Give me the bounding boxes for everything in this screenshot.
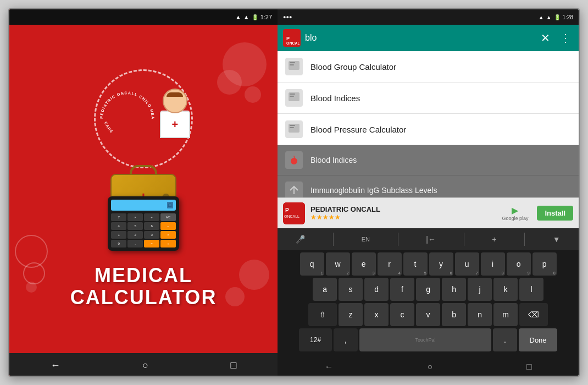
ad-google-play: ▶ Google play: [502, 205, 528, 221]
ad-app-icon: P ONCALL: [283, 202, 305, 224]
kb-key-v[interactable]: v: [416, 303, 440, 326]
result-item-blood-pressure[interactable]: Blood Pressure Calculator: [278, 114, 579, 145]
kb-num-key[interactable]: 12#: [299, 328, 332, 351]
calc-btn-orange: −: [160, 222, 176, 230]
right-nav-bar: ← ○ □: [278, 356, 579, 377]
svg-rect-13: [290, 127, 294, 128]
toolbar-divider2: [398, 233, 398, 246]
gray-label-blood-indices: Blood Indices: [310, 156, 357, 164]
right-panel: ●●● ▲ ▲ 🔋 1:28 P ONCALL ✕ ⋮: [278, 9, 579, 377]
blood-indices-icon: [285, 89, 303, 107]
google-play-icon: ▶: [512, 205, 518, 216]
svg-rect-9: [290, 94, 295, 95]
kb-plus-button[interactable]: +: [492, 235, 496, 244]
right-status-carrier: ●●●: [283, 14, 292, 20]
kb-space-key[interactable]: TouchPal: [359, 328, 491, 351]
kb-key-l[interactable]: l: [519, 278, 543, 301]
right-battery-icon: 🔋: [554, 14, 561, 20]
kb-collapse-button[interactable]: ▼: [553, 235, 561, 244]
calc-btn: 0: [111, 240, 126, 248]
kb-key-y[interactable]: y6: [429, 252, 453, 276]
doctor-figure: +: [159, 89, 191, 149]
calc-btn: 5: [127, 222, 143, 230]
wifi-icon: ▲: [235, 14, 241, 20]
kb-key-n[interactable]: n: [468, 303, 492, 326]
kb-key-p[interactable]: p0: [532, 252, 557, 276]
gray-igg-icon: [285, 182, 303, 197]
gray-blood-icon: [285, 151, 303, 169]
kb-shift-key[interactable]: ⇧: [308, 303, 337, 326]
search-more-button[interactable]: ⋮: [558, 30, 573, 46]
kb-cursor-left[interactable]: |←: [426, 235, 436, 244]
calc-btn: 2: [127, 231, 143, 239]
kb-lang-button[interactable]: EN: [362, 236, 370, 243]
kb-key-f[interactable]: f: [390, 278, 414, 301]
search-bar: P ONCALL ✕ ⋮: [278, 25, 579, 51]
kb-key-a[interactable]: a: [313, 278, 337, 301]
result-item-blood-group[interactable]: Blood Group Calculator: [278, 51, 579, 82]
right-recent-button[interactable]: □: [526, 362, 532, 372]
svg-text:ONCALL: ONCALL: [284, 215, 299, 218]
kb-row-3: ⇧ z x c v b n m ⌫: [279, 303, 578, 326]
kb-key-d[interactable]: d: [364, 278, 389, 301]
search-clear-button[interactable]: ✕: [537, 30, 553, 46]
kb-key-w[interactable]: w2: [326, 252, 350, 276]
ring-text-svg: PEDIATRIC ONCALL CHILD HEALTH CARE: [96, 71, 159, 167]
calc-btn-plus: +: [160, 240, 176, 248]
badge-ring: PEDIATRIC ONCALL CHILD HEALTH CARE +: [94, 69, 193, 168]
kb-key-k[interactable]: k: [493, 278, 518, 301]
result-label-blood-indices: Blood Indices: [310, 94, 360, 103]
blood-pressure-icon: [285, 120, 303, 138]
kb-key-u[interactable]: u7: [455, 252, 479, 276]
kb-key-s[interactable]: s: [339, 278, 363, 301]
back-button[interactable]: ←: [51, 360, 60, 371]
kb-mic-button[interactable]: 🎤: [296, 235, 305, 244]
home-button[interactable]: ○: [142, 360, 148, 371]
kb-key-x[interactable]: x: [364, 303, 389, 326]
kb-key-c[interactable]: c: [390, 303, 414, 326]
kb-period-key[interactable]: .: [493, 328, 517, 351]
calculator-body: □ 7 × + A/C 4 5 6 − 1 2 3 ×: [108, 196, 179, 251]
kb-key-q[interactable]: q1: [300, 252, 324, 276]
ad-app-name: PEDIATRIC ONCALL: [310, 205, 496, 213]
right-home-button[interactable]: ○: [427, 362, 432, 372]
kb-key-r[interactable]: r4: [378, 252, 402, 276]
keyboard-area: 🎤 EN |← + ▼ q1 w2 e3 r4 t5 y6: [278, 228, 579, 356]
calculator-wrap: + □ 7 × + A/C 4 5 6 −: [110, 174, 176, 221]
kb-key-h[interactable]: h: [442, 278, 466, 301]
kb-key-m[interactable]: m: [493, 303, 518, 326]
ad-stars: ★★★★★: [310, 213, 496, 221]
calc-btn: 3: [144, 231, 159, 239]
kb-backspace-key[interactable]: ⌫: [519, 303, 548, 326]
calc-btn-eq: =: [144, 240, 159, 248]
svg-text:PEDIATRIC ONCALL CHILD HEALTH: PEDIATRIC ONCALL CHILD HEALTH: [96, 84, 155, 120]
kb-key-i[interactable]: i8: [481, 252, 505, 276]
kb-key-j[interactable]: j: [468, 278, 492, 301]
kb-key-o[interactable]: o9: [507, 252, 531, 276]
doctor-body: +: [160, 111, 190, 138]
kb-key-b[interactable]: b: [442, 303, 466, 326]
gray-item-igg[interactable]: Immunoglobulin IgG Subclass Levels: [278, 175, 579, 197]
result-item-blood-indices[interactable]: Blood Indices: [278, 82, 579, 114]
right-back-button[interactable]: ←: [325, 362, 334, 372]
kb-row-4: 12# , TouchPal . Done: [279, 328, 578, 351]
kb-key-z[interactable]: z: [339, 303, 363, 326]
recent-button[interactable]: □: [231, 360, 237, 371]
ad-banner: P ONCALL PEDIATRIC ONCALL ★★★★★ ▶ Google…: [278, 197, 579, 228]
keyboard-rows: q1 w2 e3 r4 t5 y6 u7 i8 o9 p0 a s d f: [278, 250, 579, 356]
ad-install-button[interactable]: Install: [537, 206, 573, 221]
toolbar-divider3: [464, 233, 464, 246]
kb-key-t[interactable]: t5: [403, 252, 428, 276]
kb-done-key[interactable]: Done: [519, 328, 557, 351]
search-input[interactable]: [305, 29, 533, 47]
toolbar-divider: [333, 233, 334, 246]
kb-key-e[interactable]: e3: [352, 252, 376, 276]
kb-row-2: a s d f g h j k l: [279, 278, 578, 301]
svg-text:ONCALL: ONCALL: [286, 41, 299, 45]
svg-rect-10: [290, 96, 294, 97]
right-status-icons: ▲ ▲ 🔋 1:28: [539, 14, 573, 20]
cross-icon: +: [172, 118, 179, 131]
kb-key-g[interactable]: g: [416, 278, 440, 301]
kb-comma-key[interactable]: ,: [334, 328, 358, 351]
gray-item-blood-indices[interactable]: Blood Indices: [278, 145, 579, 175]
